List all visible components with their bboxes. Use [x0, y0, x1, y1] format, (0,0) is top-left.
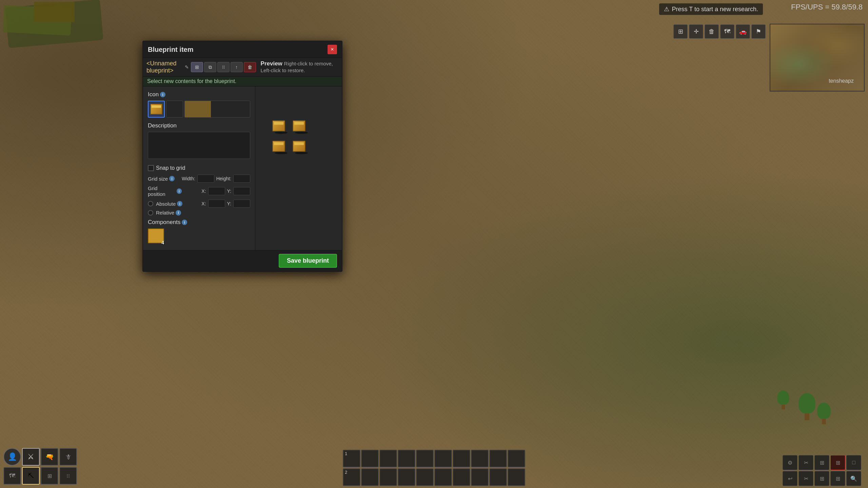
pick-slot[interactable]: ⛏ — [22, 467, 40, 485]
pos-y-label: Y: — [227, 188, 231, 194]
icon-slot-selected[interactable] — [148, 101, 165, 118]
abs-x-input[interactable] — [208, 200, 225, 208]
preview-area — [255, 86, 342, 250]
center-slot-7[interactable] — [453, 450, 470, 467]
center-slot-19[interactable] — [489, 468, 507, 486]
snap-section: Snap to grid Grid size i Width: Height: — [148, 165, 250, 216]
toolbar-map-icon[interactable]: 🗺 — [720, 24, 734, 39]
r-slot-4[interactable]: ✂ — [798, 471, 813, 486]
close-button[interactable]: × — [328, 45, 337, 54]
center-slot-16[interactable] — [434, 468, 452, 486]
width-label: Width: — [182, 176, 195, 181]
minimap-location-label: tensheapz — [829, 78, 854, 84]
absolute-text: Absolute — [156, 201, 176, 207]
center-slot-20[interactable] — [508, 468, 525, 486]
icon-fill-bar[interactable] — [184, 101, 250, 118]
center-slot-6[interactable] — [434, 450, 452, 467]
toolbar-trash-icon[interactable]: 🗑 — [705, 24, 719, 39]
weapon-slot-2[interactable]: 🔫 — [41, 448, 58, 466]
map-icon: 🗺 — [9, 472, 15, 480]
center-slot-11[interactable]: 2 — [343, 468, 360, 486]
minimap[interactable]: tensheapz — [770, 24, 865, 92]
grid-slot[interactable]: ⊞ — [41, 467, 58, 485]
toolbar-cross-icon[interactable]: ✛ — [689, 24, 703, 39]
center-slot-8[interactable] — [471, 450, 489, 467]
toolbar-grid-icon[interactable]: ⊞ — [673, 24, 688, 39]
component-chest-item[interactable]: 4 — [148, 228, 165, 245]
dialog-body: Icon i Description — [143, 86, 342, 250]
height-label: Height: — [216, 176, 231, 181]
tab-trash-btn[interactable]: 🗑 — [244, 62, 256, 72]
icon-label-text: Icon — [148, 91, 159, 98]
grid-size-row: Grid size i Width: Height: — [148, 175, 250, 183]
components-items: 4 — [148, 228, 250, 245]
center-row-1: 1 — [343, 450, 525, 467]
center-slot-9[interactable] — [489, 450, 507, 467]
r-slot-1[interactable]: ⚙ — [783, 455, 797, 470]
tab-copy-btn[interactable]: ⧉ — [204, 62, 216, 72]
center-slot-5[interactable] — [416, 450, 434, 467]
weapon-slot-3[interactable]: 🗡 — [59, 448, 77, 466]
center-hotbar: 1 2 — [343, 450, 525, 488]
mini-chest-3 — [272, 141, 286, 152]
relative-radio[interactable] — [148, 210, 153, 216]
grid-position-row: Grid position i X: Y: — [148, 185, 250, 197]
toolbar-car-icon[interactable]: 🚗 — [736, 24, 750, 39]
center-slot-10[interactable] — [508, 450, 525, 467]
icon-slot-2[interactable] — [166, 101, 183, 118]
preview-label: Preview Right-click to remove, Left-clic… — [261, 60, 338, 74]
center-slot-13[interactable] — [379, 468, 397, 486]
center-slot-15[interactable] — [416, 468, 434, 486]
pos-x-input[interactable] — [208, 187, 225, 195]
snap-checkbox[interactable] — [148, 165, 154, 171]
description-label: Description — [148, 122, 250, 129]
width-input[interactable] — [197, 175, 214, 183]
character-icon[interactable]: 👤 — [3, 448, 21, 466]
dialog-left-panel: Icon i Description — [143, 86, 255, 250]
r-slot-9[interactable]: □ — [846, 455, 861, 470]
dialog-footer: Save blueprint — [143, 250, 342, 271]
r-slot-8[interactable]: ⊞ — [830, 471, 845, 486]
toolbar-icons: ⊞ ✛ 🗑 🗺 🚗 ⚑ — [673, 24, 766, 39]
snap-label: Snap to grid — [156, 165, 185, 171]
research-notice: ⚠ Press T to start a new research. — [659, 3, 763, 15]
preview-text: Preview — [261, 60, 282, 67]
r-slot-2[interactable]: ↩ — [783, 471, 797, 486]
grid-size-info: i — [169, 176, 175, 181]
tab-icons-group: ⊞ ⧉ ⁝⁝ ↑ 🗑 — [191, 62, 256, 72]
fps-counter: FPS/UPS = 59.8/59.8 — [791, 3, 863, 12]
absolute-radio[interactable] — [148, 201, 153, 206]
dots-icon: ⁝⁝ — [66, 473, 70, 479]
r-slot-3[interactable]: ✂ — [798, 455, 813, 470]
height-input[interactable] — [233, 175, 250, 183]
r-slot-5[interactable]: ⊞ — [814, 455, 829, 470]
center-slot-17[interactable] — [453, 468, 470, 486]
weapon-slot-1[interactable]: ⚔ — [22, 448, 40, 466]
toolbar-flag-icon[interactable]: ⚑ — [751, 24, 766, 39]
map-slot[interactable]: 🗺 — [3, 467, 21, 485]
r-slot-6[interactable]: ⊞ — [814, 471, 829, 486]
center-slot-1[interactable]: 1 — [343, 450, 360, 467]
center-slot-3[interactable] — [379, 450, 397, 467]
center-slot-18[interactable] — [471, 468, 489, 486]
center-slot-12[interactable] — [361, 468, 379, 486]
abs-y-input[interactable] — [233, 200, 250, 208]
tab-dotgrid-btn[interactable]: ⁝⁝ — [217, 62, 230, 72]
icon-row — [148, 101, 250, 118]
blueprint-dialog: Blueprint item × <Unnamed blueprint> ✎ ⊞… — [142, 41, 342, 272]
r-slot-10[interactable]: 🔍 — [846, 471, 861, 486]
dots-slot[interactable]: ⁝⁝ — [59, 467, 77, 485]
center-slot-2[interactable] — [361, 450, 379, 467]
save-blueprint-button[interactable]: Save blueprint — [279, 254, 337, 268]
center-slot-4[interactable] — [398, 450, 415, 467]
description-input[interactable] — [148, 132, 250, 159]
warning-icon: ⚠ — [664, 5, 669, 13]
center-slot-14[interactable] — [398, 468, 415, 486]
component-count: 4 — [161, 240, 164, 245]
tab-grid-btn[interactable]: ⊞ — [191, 62, 203, 72]
r-slot-7[interactable]: ⊞ — [830, 455, 845, 470]
edit-icon[interactable]: ✎ — [185, 64, 189, 70]
tab-arrow-btn[interactable]: ↑ — [231, 62, 243, 72]
pos-y-input[interactable] — [233, 187, 250, 195]
dialog-titlebar: Blueprint item × — [143, 41, 342, 58]
